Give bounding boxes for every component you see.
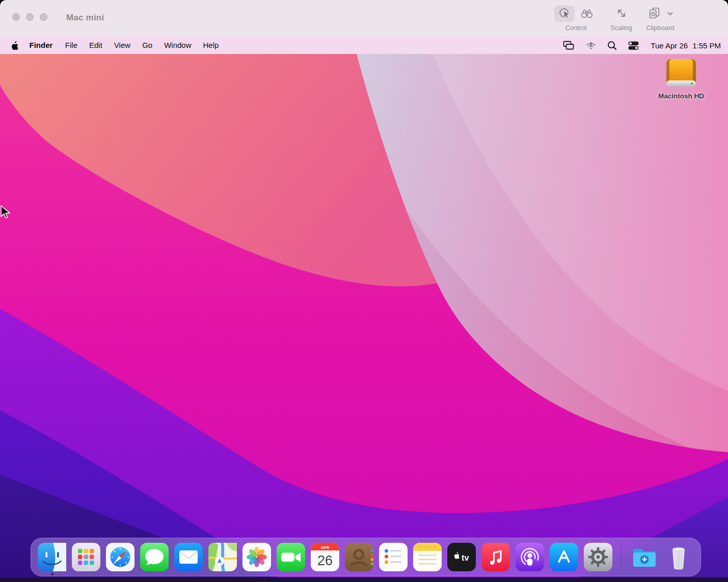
screen-sharing-window: Mac mini [0, 0, 728, 582]
menu-help[interactable]: Help [197, 41, 225, 49]
toolbar-group-control: Control [554, 5, 597, 32]
title-bar: Mac mini [0, 0, 728, 36]
clipboard-sync-icon [648, 6, 661, 22]
svg-text:26: 26 [317, 553, 333, 568]
maps-icon [208, 543, 237, 571]
dock-item-safari[interactable] [106, 543, 134, 571]
external-drive-orange-icon [664, 58, 698, 91]
spotlight-search-icon[interactable] [607, 40, 617, 51]
control-center-icon[interactable] [627, 40, 640, 51]
launchpad-icon [72, 543, 100, 571]
dock: APR 26 tv [31, 538, 701, 576]
dock-item-launchpad[interactable] [72, 543, 100, 571]
dock-item-mail[interactable] [174, 543, 203, 571]
dock-item-music[interactable] [481, 543, 510, 571]
dock-item-reminders[interactable] [379, 543, 408, 571]
desktop[interactable]: Macintosh HD APR 26 [0, 54, 728, 582]
binoculars-icon [580, 7, 594, 21]
menu-go[interactable]: Go [137, 41, 158, 49]
notes-icon [413, 543, 442, 571]
reminders-icon [379, 543, 408, 571]
safari-icon [106, 543, 134, 571]
toolbar-label-control: Control [565, 24, 586, 32]
finder-icon [38, 543, 66, 571]
dock-item-photos[interactable] [242, 543, 271, 571]
app-store-icon [550, 543, 578, 571]
chevron-down-icon [667, 10, 673, 18]
dock-item-maps[interactable] [208, 543, 237, 571]
mail-icon [174, 543, 203, 571]
minimize-button[interactable] [26, 13, 34, 21]
desktop-icon-label: Macintosh HD [658, 92, 704, 100]
remote-control-cursor-icon [558, 7, 571, 21]
dock-item-system-preferences[interactable] [584, 543, 612, 571]
control-mode-button[interactable] [554, 6, 575, 22]
dock-item-app-store[interactable] [550, 543, 578, 571]
dock-item-facetime[interactable] [277, 543, 305, 571]
toolbar: Control Scaling [554, 5, 675, 32]
desktop-icon-macintosh-hd[interactable]: Macintosh HD [653, 58, 710, 100]
window-title: Mac mini [66, 0, 104, 36]
apple-tv-icon: tv [447, 543, 476, 571]
menu-view[interactable]: View [108, 41, 136, 49]
music-icon [481, 543, 510, 571]
contacts-icon [345, 543, 373, 571]
menu-file[interactable]: File [59, 41, 83, 49]
svg-text:tv: tv [462, 553, 469, 562]
toolbar-group-clipboard: Clipboard [645, 5, 675, 32]
clipboard-button[interactable] [645, 6, 663, 22]
traffic-lights [12, 13, 47, 21]
toolbar-group-scaling: Scaling [610, 5, 632, 32]
dock-item-calendar[interactable]: APR 26 [311, 543, 339, 571]
screen-mirroring-icon[interactable] [561, 40, 575, 51]
svg-text:APR: APR [321, 545, 330, 550]
dock-item-notes[interactable] [413, 543, 442, 571]
downloads-folder-icon [630, 543, 659, 571]
dock-item-finder[interactable] [38, 543, 66, 571]
menu-edit[interactable]: Edit [84, 41, 109, 49]
messages-icon [140, 543, 169, 571]
podcasts-icon [516, 543, 544, 571]
menu-finder[interactable]: Finder [23, 41, 59, 49]
clipboard-menu-chevron[interactable] [665, 6, 675, 22]
dock-item-trash[interactable] [664, 543, 693, 571]
trash-icon [664, 543, 693, 571]
menu-bar: FinderFileEditViewGoWindowHelp [0, 36, 728, 54]
calendar-icon: APR 26 [311, 543, 339, 571]
dock-separator [621, 543, 622, 572]
zoom-button[interactable] [40, 13, 47, 21]
close-button[interactable] [12, 13, 20, 21]
system-preferences-icon [584, 543, 612, 571]
menu-bar-clock[interactable]: Tue Apr 26 1:55 PM [651, 41, 721, 50]
facetime-icon [277, 543, 305, 571]
dock-item-contacts[interactable] [345, 543, 373, 571]
menu-window[interactable]: Window [158, 41, 197, 49]
dock-item-downloads[interactable] [630, 543, 659, 571]
dock-item-apple-tv[interactable]: tv [447, 543, 476, 571]
dock-item-messages[interactable] [140, 543, 169, 571]
photos-icon [242, 543, 271, 571]
wifi-alert-icon[interactable] [585, 40, 597, 50]
screen-bottom-edge [0, 577, 728, 582]
toolbar-label-clipboard: Clipboard [646, 24, 675, 32]
clock-time: 1:55 PM [692, 41, 721, 50]
wallpaper-monterey [0, 54, 728, 582]
clock-date: Tue Apr 26 [651, 41, 688, 50]
running-indicator-dot [51, 573, 53, 575]
apple-logo-icon[interactable] [11, 41, 19, 50]
scaling-diagonal-arrows-icon [615, 7, 628, 21]
observe-mode-button[interactable] [577, 6, 597, 22]
scaling-button[interactable] [611, 6, 632, 22]
dock-item-podcasts[interactable] [516, 543, 544, 571]
toolbar-label-scaling: Scaling [610, 24, 632, 32]
